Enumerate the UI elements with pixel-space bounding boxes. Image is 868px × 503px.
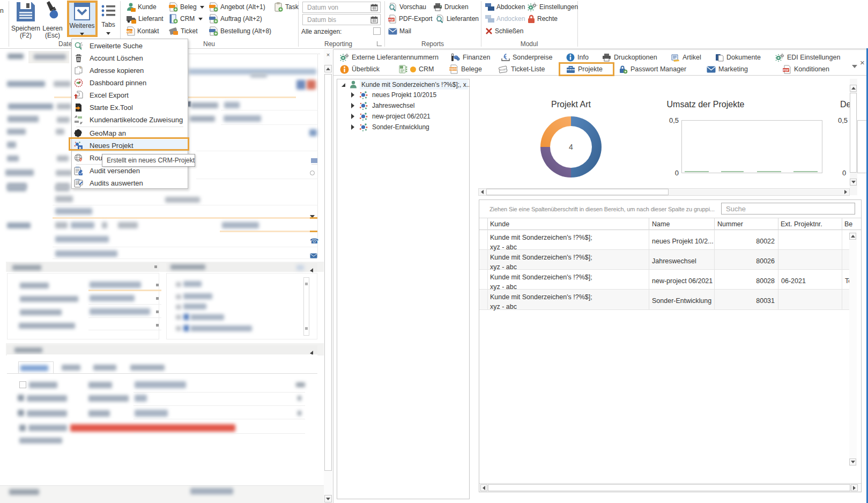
svg-text:NEU: NEU (127, 30, 133, 33)
svg-text:4: 4 (569, 143, 573, 151)
svg-text:Angebot: Angebot (449, 68, 458, 70)
svg-text:PDF: PDF (389, 18, 395, 21)
svg-text:PDF: PDF (783, 68, 789, 71)
